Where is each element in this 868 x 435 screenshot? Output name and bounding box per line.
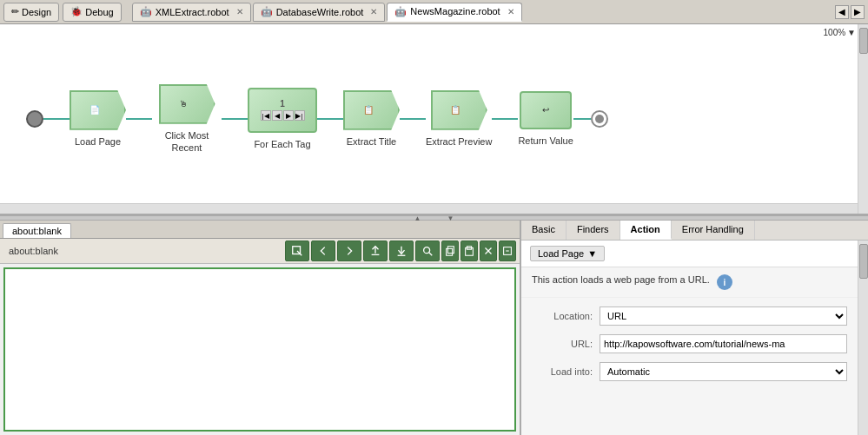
url-label: URL: [532,339,593,349]
toolbar-btn-8[interactable] [461,241,478,261]
node-icon: 📋 [363,105,381,115]
tab-action[interactable]: Action [620,221,672,240]
forward-icon [343,245,355,257]
robot-icon: 🤖 [140,6,152,17]
flow-node-click-most-recent[interactable]: 🖱 Click Most Recent [152,84,222,155]
toolbar-btn-3[interactable] [337,241,361,261]
debug-icon: 🐞 [70,6,83,17]
flow-node-return-value[interactable]: ↩ Return Value [518,91,573,147]
svg-point-3 [424,247,430,254]
close-icon[interactable]: ✕ [507,7,514,16]
props-scrollbar[interactable] [858,241,868,435]
prev-tab-button[interactable]: ◀ [835,5,849,19]
robot-icon: 🤖 [394,6,407,17]
browser-viewport [3,267,516,432]
close-icon[interactable]: ✕ [236,7,243,16]
loop-prev-btn[interactable]: ◀ [272,110,282,121]
tab-error-handling[interactable]: Error Handling [672,221,755,240]
toolbar-btn-4[interactable] [363,241,388,261]
zoom-dropdown-icon[interactable]: ▼ [847,28,856,37]
svg-rect-5 [447,248,453,255]
tab-label: DatabaseWrite.robot [276,7,364,17]
flow-node-load-page[interactable]: 📄 Load Page [70,90,126,148]
svg-line-4 [429,253,433,256]
toolbar-btn-6[interactable] [415,241,440,261]
top-bar: ✏ Design 🐞 Debug 🤖 XMLExtract.robot ✕ 🤖 … [0,0,868,24]
flow-node-extract-preview[interactable]: 📋 Extract Preview [426,90,492,148]
zoom-fit-icon [501,245,514,257]
design-button[interactable]: ✏ Design [3,3,59,22]
toolbar-btn-2[interactable] [311,241,335,261]
debug-label: Debug [85,7,113,17]
chevron-down-icon: ▼ [587,248,597,259]
loop-next-btn[interactable]: ▶ [283,110,294,121]
browser-address: about:blank [3,246,283,256]
close-icon[interactable]: ✕ [370,7,377,16]
browser-toolbar: about:blank [0,239,520,264]
action-dropdown-label: Load Page [538,248,584,259]
node-icon: 📋 [450,105,467,115]
flow-zoom-control: 100% ▼ [824,28,856,37]
download-icon [395,245,407,257]
action-header: Load Page ▼ [521,241,858,267]
node-label: Click Most Recent [152,129,222,155]
flow-area: 📄 Load Page 🖱 Click Most Recent 1 |◀ [0,24,868,215]
tab-label: Error Handling [682,224,744,234]
action-description: Location: This action loads a web page f… [521,267,858,298]
next-tab-button[interactable]: ▶ [851,5,865,19]
connector [400,118,426,120]
tab-strip: 🤖 XMLExtract.robot ✕ 🤖 DatabaseWrite.rob… [132,3,522,22]
scrollbar-thumb[interactable] [859,28,868,54]
search-icon [421,245,434,257]
info-icon[interactable]: i [717,274,732,290]
toolbar-btn-10[interactable] [499,241,516,261]
tab-label: Finders [577,224,609,234]
flow-vertical-scrollbar[interactable] [858,24,868,214]
scrollbar-thumb[interactable] [859,244,868,279]
info-label: i [723,278,726,287]
load-into-label: Load into: [532,366,593,377]
url-input[interactable] [600,334,847,353]
copy-icon [444,245,456,257]
props-panel: Basic Finders Action Error Handling Load… [521,221,868,435]
design-icon: ✏ [11,6,19,17]
form-row-load-into: Load into: Automatic [532,362,847,381]
action-dropdown[interactable]: Load Page ▼ [530,246,605,261]
loop-controls: |◀ ◀ ▶ ▶| [261,110,305,121]
toolbar-btn-1[interactable] [285,241,309,261]
form-row-url: URL: [532,334,847,353]
node-label: For Each Tag [254,138,310,150]
toolbar-btn-5[interactable] [389,241,414,261]
flow-horizontal-scrollbar[interactable] [0,203,858,214]
connector [222,118,248,120]
tab-newsmagazine[interactable]: 🤖 NewsMagazine.robot ✕ [387,3,521,22]
flow-node-extract-title[interactable]: 📋 Extract Title [343,90,400,148]
load-into-select[interactable]: Automatic [600,362,847,381]
toolbar-btn-9[interactable] [480,241,497,261]
browser-tab-label: about:blank [12,226,62,236]
node-label: Return Value [518,135,573,147]
props-content: Load Page ▼ Location: This action loads … [521,241,858,435]
node-icon: ↩ [542,105,549,115]
node-icon: 🖱 [179,99,195,109]
location-select[interactable]: URL [600,306,847,326]
form-row-location: Location: URL [532,306,847,326]
tab-basic[interactable]: Basic [521,221,567,240]
tab-databasewrite[interactable]: 🤖 DatabaseWrite.robot ✕ [253,3,386,22]
browser-tab-bar: about:blank [0,221,520,239]
flow-node-for-each-tag[interactable]: 1 |◀ ◀ ▶ ▶| For Each Tag [248,88,317,150]
browser-tab-blank[interactable]: about:blank [3,223,71,238]
zoom-level: 100% [824,28,846,37]
loop-last-btn[interactable]: ▶| [295,110,305,121]
tab-label: Action [631,224,660,234]
select-icon [291,245,303,257]
node-icon: 📄 [89,105,107,115]
tab-xmlextract[interactable]: 🤖 XMLExtract.robot ✕ [132,3,251,22]
location-label: Location: [532,311,593,321]
debug-button[interactable]: 🐞 Debug [63,3,121,22]
flow-end-node [591,110,608,128]
toolbar-btn-7[interactable] [441,241,459,261]
tab-label: NewsMagazine.robot [410,6,500,16]
tab-finders[interactable]: Finders [567,221,620,240]
loop-first-btn[interactable]: |◀ [261,110,271,121]
